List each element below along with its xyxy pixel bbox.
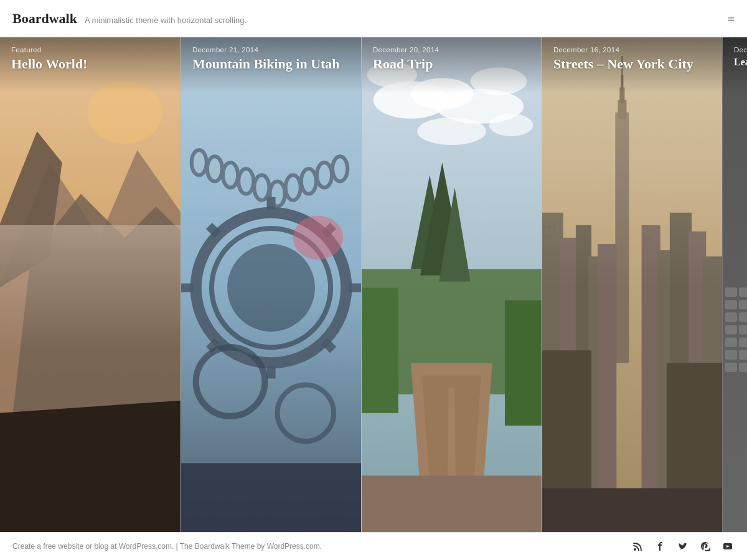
- site-title[interactable]: Boardwalk: [12, 11, 77, 27]
- svg-rect-87: [739, 313, 747, 322]
- svg-rect-88: [725, 325, 736, 334]
- panel-date: Dec: [734, 46, 747, 54]
- panel-title: Streets – New York City: [553, 56, 711, 72]
- header-left: Boardwalk A minimalistic theme with hori…: [12, 11, 247, 27]
- svg-rect-91: [739, 338, 747, 347]
- svg-point-40: [417, 118, 486, 145]
- panel-date: December 20, 2014: [373, 46, 530, 54]
- svg-line-17: [324, 341, 333, 350]
- panel-header: December 21, 2014 Mountain Biking in Uta…: [181, 37, 361, 78]
- panel-header: December 16, 2014 Streets – New York Cit…: [542, 37, 722, 78]
- svg-rect-86: [725, 313, 736, 322]
- panel-title: Road Trip: [373, 56, 530, 72]
- svg-rect-46: [362, 288, 398, 413]
- svg-rect-82: [725, 288, 736, 297]
- youtube-icon[interactable]: [721, 539, 735, 553]
- panel-road-trip[interactable]: December 20, 2014 Road Trip: [361, 37, 542, 532]
- svg-point-41: [489, 114, 533, 136]
- svg-rect-47: [505, 301, 542, 426]
- svg-rect-94: [725, 363, 736, 371]
- svg-rect-83: [739, 288, 747, 297]
- pinterest-icon[interactable]: [698, 539, 712, 553]
- footer-text: Create a free website or blog at WordPre…: [12, 542, 322, 551]
- panel-header: Dec Lea: [723, 37, 747, 74]
- panel-header: December 20, 2014 Road Trip: [362, 37, 542, 78]
- twitter-icon[interactable]: [676, 539, 690, 553]
- panel-nyc[interactable]: December 16, 2014 Streets – New York Cit…: [542, 37, 722, 532]
- panel-mountain-biking[interactable]: December 21, 2014 Mountain Biking in Uta…: [181, 37, 361, 532]
- svg-point-96: [634, 548, 636, 551]
- svg-rect-90: [725, 338, 736, 347]
- rss-icon[interactable]: [631, 539, 645, 553]
- panel-date: December 16, 2014: [553, 46, 711, 54]
- panel-date: December 21, 2014: [192, 46, 350, 54]
- svg-rect-7: [0, 225, 181, 350]
- site-header: Boardwalk A minimalistic theme with hori…: [0, 0, 747, 37]
- panel-featured-label: Featured: [11, 46, 169, 54]
- site-tagline: A minimalistic theme with horizontal scr…: [85, 16, 247, 25]
- svg-rect-80: [542, 488, 722, 532]
- svg-rect-95: [739, 363, 747, 371]
- svg-point-32: [293, 216, 344, 259]
- svg-rect-85: [739, 301, 747, 309]
- panel-title: Mountain Biking in Utah: [192, 56, 350, 72]
- svg-point-11: [227, 244, 315, 332]
- footer-icons: [631, 539, 735, 553]
- svg-marker-6: [0, 401, 181, 532]
- menu-icon[interactable]: ≡: [728, 12, 735, 25]
- main-content: Featured Hello World!: [0, 37, 747, 532]
- svg-rect-33: [181, 463, 361, 532]
- svg-line-16: [209, 226, 218, 235]
- svg-rect-93: [739, 350, 747, 359]
- panel-header: Featured Hello World!: [0, 37, 181, 78]
- svg-rect-92: [725, 350, 736, 359]
- panel-partial[interactable]: Dec Lea: [722, 37, 747, 532]
- panel-title: Hello World!: [11, 56, 169, 72]
- svg-rect-89: [739, 325, 747, 334]
- panel-title: Lea: [734, 56, 747, 68]
- facebook-icon[interactable]: [654, 539, 667, 553]
- svg-rect-51: [362, 475, 542, 532]
- svg-rect-84: [725, 301, 736, 309]
- svg-rect-81: [723, 37, 747, 532]
- site-footer: Create a free website or blog at WordPre…: [0, 532, 747, 560]
- panel-hello-world[interactable]: Featured Hello World!: [0, 37, 181, 532]
